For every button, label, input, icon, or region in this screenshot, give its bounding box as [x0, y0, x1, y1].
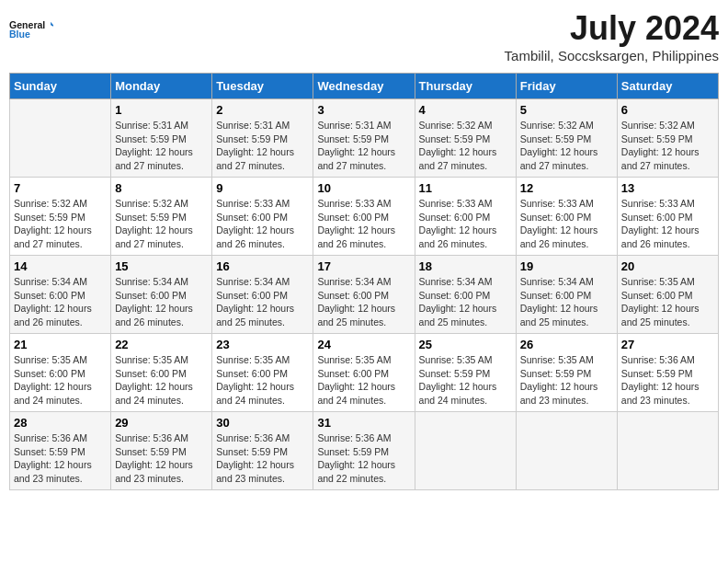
calendar-cell: 17Sunrise: 5:34 AM Sunset: 6:00 PM Dayli…	[313, 256, 415, 334]
svg-marker-2	[51, 22, 53, 28]
day-detail: Sunrise: 5:36 AM Sunset: 5:59 PM Dayligh…	[14, 431, 107, 486]
day-number: 30	[216, 416, 309, 430]
day-detail: Sunrise: 5:31 AM Sunset: 5:59 PM Dayligh…	[115, 119, 208, 173]
calendar-cell: 3Sunrise: 5:31 AM Sunset: 5:59 PM Daylig…	[313, 99, 415, 178]
day-detail: Sunrise: 5:31 AM Sunset: 5:59 PM Dayligh…	[216, 119, 309, 173]
svg-text:Blue: Blue	[9, 29, 30, 40]
calendar-cell: 18Sunrise: 5:34 AM Sunset: 6:00 PM Dayli…	[415, 256, 516, 334]
col-header-wednesday: Wednesday	[313, 74, 415, 99]
calendar-cell: 24Sunrise: 5:35 AM Sunset: 6:00 PM Dayli…	[313, 334, 415, 412]
day-number: 7	[14, 181, 107, 195]
day-number: 27	[621, 338, 714, 351]
calendar-cell: 23Sunrise: 5:35 AM Sunset: 6:00 PM Dayli…	[212, 334, 313, 412]
calendar-cell: 30Sunrise: 5:36 AM Sunset: 5:59 PM Dayli…	[212, 412, 313, 490]
day-detail: Sunrise: 5:32 AM Sunset: 5:59 PM Dayligh…	[621, 119, 714, 173]
day-detail: Sunrise: 5:33 AM Sunset: 6:00 PM Dayligh…	[520, 197, 613, 251]
calendar-cell: 28Sunrise: 5:36 AM Sunset: 5:59 PM Dayli…	[10, 412, 111, 490]
title-block: July 2024 Tambilil, Soccsksargen, Philip…	[505, 9, 719, 63]
day-number: 12	[520, 181, 613, 195]
calendar-cell: 27Sunrise: 5:36 AM Sunset: 5:59 PM Dayli…	[617, 334, 718, 412]
col-header-tuesday: Tuesday	[212, 74, 313, 99]
calendar-cell: 29Sunrise: 5:36 AM Sunset: 5:59 PM Dayli…	[111, 412, 212, 490]
day-number: 26	[520, 338, 613, 351]
main-title: July 2024	[505, 9, 719, 48]
day-number: 13	[621, 181, 714, 195]
day-number: 8	[115, 181, 208, 195]
day-number: 24	[317, 338, 410, 351]
day-number: 28	[14, 416, 107, 430]
calendar-cell: 6Sunrise: 5:32 AM Sunset: 5:59 PM Daylig…	[617, 99, 718, 178]
day-detail: Sunrise: 5:35 AM Sunset: 5:59 PM Dayligh…	[520, 353, 613, 408]
day-number: 5	[520, 103, 613, 117]
calendar-cell: 15Sunrise: 5:34 AM Sunset: 6:00 PM Dayli…	[111, 256, 212, 334]
day-detail: Sunrise: 5:35 AM Sunset: 5:59 PM Dayligh…	[419, 353, 512, 408]
day-number: 4	[419, 103, 512, 117]
day-number: 16	[216, 259, 309, 273]
calendar-cell: 8Sunrise: 5:32 AM Sunset: 5:59 PM Daylig…	[111, 178, 212, 256]
col-header-thursday: Thursday	[415, 74, 516, 99]
day-number: 29	[115, 416, 208, 430]
calendar-cell: 31Sunrise: 5:36 AM Sunset: 5:59 PM Dayli…	[313, 412, 415, 490]
day-detail: Sunrise: 5:33 AM Sunset: 6:00 PM Dayligh…	[317, 197, 410, 251]
day-detail: Sunrise: 5:36 AM Sunset: 5:59 PM Dayligh…	[115, 431, 208, 486]
header-row: SundayMondayTuesdayWednesdayThursdayFrid…	[10, 74, 719, 99]
col-header-saturday: Saturday	[617, 74, 718, 99]
calendar-cell: 20Sunrise: 5:35 AM Sunset: 6:00 PM Dayli…	[617, 256, 718, 334]
day-number: 21	[14, 338, 107, 351]
calendar-cell: 13Sunrise: 5:33 AM Sunset: 6:00 PM Dayli…	[617, 178, 718, 256]
day-number: 14	[14, 259, 107, 273]
day-detail: Sunrise: 5:35 AM Sunset: 6:00 PM Dayligh…	[317, 353, 410, 408]
week-row-4: 21Sunrise: 5:35 AM Sunset: 6:00 PM Dayli…	[10, 334, 719, 412]
col-header-friday: Friday	[516, 74, 617, 99]
day-detail: Sunrise: 5:35 AM Sunset: 6:00 PM Dayligh…	[14, 353, 107, 408]
week-row-2: 7Sunrise: 5:32 AM Sunset: 5:59 PM Daylig…	[10, 178, 719, 256]
week-row-5: 28Sunrise: 5:36 AM Sunset: 5:59 PM Dayli…	[10, 412, 719, 490]
day-detail: Sunrise: 5:36 AM Sunset: 5:59 PM Dayligh…	[621, 353, 714, 408]
day-number: 1	[115, 103, 208, 117]
calendar-cell: 7Sunrise: 5:32 AM Sunset: 5:59 PM Daylig…	[10, 178, 111, 256]
calendar-cell: 11Sunrise: 5:33 AM Sunset: 6:00 PM Dayli…	[415, 178, 516, 256]
day-detail: Sunrise: 5:32 AM Sunset: 5:59 PM Dayligh…	[520, 119, 613, 173]
calendar-cell: 5Sunrise: 5:32 AM Sunset: 5:59 PM Daylig…	[516, 99, 617, 178]
calendar-cell: 19Sunrise: 5:34 AM Sunset: 6:00 PM Dayli…	[516, 256, 617, 334]
calendar-table: SundayMondayTuesdayWednesdayThursdayFrid…	[9, 73, 719, 490]
day-number: 2	[216, 103, 309, 117]
calendar-cell: 22Sunrise: 5:35 AM Sunset: 6:00 PM Dayli…	[111, 334, 212, 412]
day-number: 6	[621, 103, 714, 117]
calendar-cell: 10Sunrise: 5:33 AM Sunset: 6:00 PM Dayli…	[313, 178, 415, 256]
week-row-3: 14Sunrise: 5:34 AM Sunset: 6:00 PM Dayli…	[10, 256, 719, 334]
week-row-1: 1Sunrise: 5:31 AM Sunset: 5:59 PM Daylig…	[10, 99, 719, 178]
day-number: 15	[115, 259, 208, 273]
day-number: 10	[317, 181, 410, 195]
subtitle: Tambilil, Soccsksargen, Philippines	[505, 48, 719, 63]
day-detail: Sunrise: 5:35 AM Sunset: 6:00 PM Dayligh…	[621, 275, 714, 329]
day-detail: Sunrise: 5:36 AM Sunset: 5:59 PM Dayligh…	[216, 431, 309, 486]
day-detail: Sunrise: 5:33 AM Sunset: 6:00 PM Dayligh…	[216, 197, 309, 251]
calendar-cell: 25Sunrise: 5:35 AM Sunset: 5:59 PM Dayli…	[415, 334, 516, 412]
calendar-cell: 1Sunrise: 5:31 AM Sunset: 5:59 PM Daylig…	[111, 99, 212, 178]
calendar-cell	[516, 412, 617, 490]
day-detail: Sunrise: 5:34 AM Sunset: 6:00 PM Dayligh…	[115, 275, 208, 329]
calendar-cell	[10, 99, 111, 178]
day-detail: Sunrise: 5:34 AM Sunset: 6:00 PM Dayligh…	[520, 275, 613, 329]
calendar-cell: 21Sunrise: 5:35 AM Sunset: 6:00 PM Dayli…	[10, 334, 111, 412]
day-detail: Sunrise: 5:32 AM Sunset: 5:59 PM Dayligh…	[14, 197, 107, 251]
logo-svg: General Blue	[9, 9, 53, 50]
day-number: 31	[317, 416, 410, 430]
day-number: 20	[621, 259, 714, 273]
day-detail: Sunrise: 5:34 AM Sunset: 6:00 PM Dayligh…	[317, 275, 410, 329]
day-number: 23	[216, 338, 309, 351]
day-number: 9	[216, 181, 309, 195]
calendar-cell: 2Sunrise: 5:31 AM Sunset: 5:59 PM Daylig…	[212, 99, 313, 178]
calendar-cell: 9Sunrise: 5:33 AM Sunset: 6:00 PM Daylig…	[212, 178, 313, 256]
calendar-cell: 14Sunrise: 5:34 AM Sunset: 6:00 PM Dayli…	[10, 256, 111, 334]
page-header: General Blue July 2024 Tambilil, Soccsks…	[9, 9, 719, 63]
day-detail: Sunrise: 5:34 AM Sunset: 6:00 PM Dayligh…	[216, 275, 309, 329]
logo: General Blue	[9, 9, 53, 50]
calendar-cell	[617, 412, 718, 490]
day-number: 18	[419, 259, 512, 273]
col-header-sunday: Sunday	[10, 74, 111, 99]
day-detail: Sunrise: 5:32 AM Sunset: 5:59 PM Dayligh…	[115, 197, 208, 251]
calendar-cell	[415, 412, 516, 490]
calendar-cell: 26Sunrise: 5:35 AM Sunset: 5:59 PM Dayli…	[516, 334, 617, 412]
